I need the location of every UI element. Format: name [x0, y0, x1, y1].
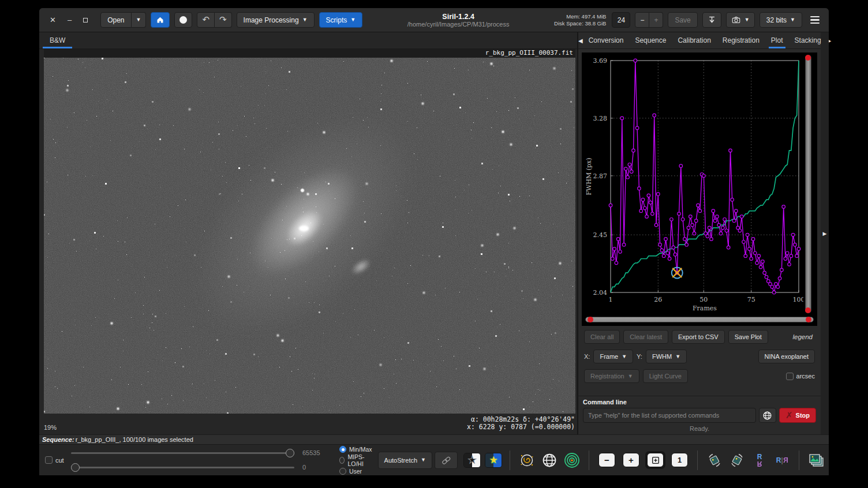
radio-user-control[interactable]	[339, 468, 346, 475]
arcsec-checkbox-row[interactable]: arcsec	[786, 373, 815, 380]
image-canvas[interactable]	[44, 58, 575, 414]
image-viewer-panel: B&W r_bkg_pp_OIII_00037.fit	[39, 32, 577, 434]
export-csv-button[interactable]: Export to CSV	[672, 330, 725, 344]
increment-button[interactable]: +	[649, 12, 663, 28]
save-as-button[interactable]	[702, 12, 721, 28]
maximize-icon[interactable]	[83, 18, 88, 22]
link-channels-button[interactable]	[435, 452, 458, 469]
sensor-noise-overlay	[44, 58, 575, 414]
tab-conversion[interactable]: Conversion	[583, 32, 630, 48]
y-slider-bottom-handle[interactable]	[805, 307, 811, 313]
header-left: ✕ – Open ▼ ↶ ↷ Im	[45, 12, 362, 28]
mirror-vertical-button[interactable]: R R	[750, 451, 769, 470]
undo-button[interactable]: ↶	[197, 12, 215, 28]
snapshot-button[interactable]: ▼	[726, 12, 755, 28]
star-detection-button[interactable]	[518, 451, 536, 470]
image-counter-field[interactable]: 24	[612, 12, 630, 28]
minimize-icon[interactable]: –	[68, 16, 72, 24]
plot-actions-row: Clear all Clear latest Export to CSV Sav…	[578, 327, 821, 347]
save-plot-button[interactable]: Save Plot	[728, 330, 768, 344]
light-curve-button[interactable]: Light Curve	[643, 369, 688, 383]
radio-mips-control[interactable]	[339, 457, 345, 464]
status-message: Ready.	[583, 423, 816, 433]
radio-user[interactable]: User	[339, 468, 372, 475]
plot-panel: ◀ Conversion Sequence Calibration Regist…	[578, 32, 821, 434]
rotate-left-button[interactable]	[705, 451, 724, 470]
tab-sequence[interactable]: Sequence	[629, 32, 672, 48]
stop-button[interactable]: ✗ Stop	[779, 408, 816, 423]
clear-latest-button[interactable]: Clear latest	[623, 330, 668, 344]
one-to-one-icon: 1	[678, 456, 682, 464]
fwhm-plot[interactable]: 2.042.452.873.283.691265075100FWHM (px)F…	[584, 55, 803, 313]
open-button[interactable]: Open	[100, 12, 131, 28]
home-icon	[156, 16, 164, 24]
cut-checkbox[interactable]	[45, 456, 53, 464]
close-icon[interactable]: ✕	[50, 16, 56, 24]
annotations-button[interactable]	[540, 451, 559, 470]
image-processing-menu[interactable]: Image Processing ▼	[237, 12, 315, 28]
home-button[interactable]	[151, 12, 170, 28]
save-button[interactable]: Save	[668, 12, 697, 28]
nina-exoplanet-button[interactable]: NINA exoplanet	[758, 350, 815, 363]
tabs-scroll-left[interactable]: ◀	[578, 32, 583, 48]
tab-bw[interactable]: B&W	[39, 32, 76, 48]
registration-dropdown[interactable]: Registration ▼	[584, 369, 639, 383]
tab-plot[interactable]: Plot	[765, 32, 789, 48]
mirror-horizontal-button[interactable]: R | R	[773, 451, 791, 470]
stretch-mode-dropdown[interactable]: AutoStretch ▼	[378, 452, 432, 469]
redo-button[interactable]: ↷	[215, 12, 232, 28]
cut-checkbox-row[interactable]: cut	[45, 456, 64, 464]
photometry-button[interactable]	[563, 451, 581, 470]
x-axis-dropdown[interactable]: Frame ▼	[593, 350, 633, 363]
low-level-slider[interactable]	[71, 467, 294, 468]
siril-window: ✕ – Open ▼ ↶ ↷ Im	[39, 8, 829, 475]
panel-expander[interactable]: ▶	[821, 32, 829, 434]
hamburger-menu-button[interactable]	[807, 14, 823, 26]
false-color-toggle[interactable]: ★	[485, 453, 502, 468]
plot-x-range-slider[interactable]	[585, 317, 814, 322]
low-slider-handle[interactable]	[71, 463, 80, 472]
radio-mips[interactable]: MIPS-LO/HI	[339, 453, 372, 467]
x-slider-right-handle[interactable]	[806, 317, 811, 322]
command-input[interactable]	[583, 408, 756, 423]
sequence-frames-button[interactable]	[807, 451, 825, 470]
clear-all-button[interactable]: Clear all	[584, 330, 620, 344]
plot-y-range-slider[interactable]	[805, 55, 811, 313]
svg-text:FWHM (px): FWHM (px)	[585, 157, 593, 195]
rotate-right-icon	[729, 452, 745, 468]
scripts-menu[interactable]: Scripts ▼	[319, 12, 363, 28]
tab-stacking[interactable]: Stacking	[789, 32, 827, 48]
high-slider-handle[interactable]	[286, 449, 294, 457]
tab-registration[interactable]: Registration	[717, 32, 765, 48]
negative-view-toggle[interactable]: ★	[463, 453, 481, 468]
x-slider-left-handle[interactable]	[588, 317, 593, 322]
save-as-icon	[708, 16, 716, 24]
mirror-y-icon: R	[757, 453, 762, 460]
window-controls: ✕ –	[45, 16, 88, 24]
display-toolbar: cut 65535 0 Mi	[39, 444, 829, 475]
view-tools: ★ ★	[463, 451, 825, 470]
chevron-down-icon: ▼	[421, 457, 426, 463]
y-slider-top-handle[interactable]	[805, 55, 811, 61]
rotate-right-button[interactable]	[728, 451, 746, 470]
high-level-slider[interactable]	[71, 452, 294, 454]
disk-space: Disk Space: 38.8 GiB	[554, 20, 606, 27]
bit-depth-label: 32 bits	[766, 16, 787, 24]
command-help-button[interactable]	[759, 408, 776, 423]
open-recent-dropdown[interactable]: ▼	[132, 12, 147, 28]
sequence-info-bar: Sequence: r_bkg_pp_OIII_, 100/100 images…	[39, 434, 829, 444]
zoom-fit-button[interactable]	[647, 453, 664, 467]
zoom-one-to-one-button[interactable]: 1	[671, 453, 688, 467]
radio-minmax[interactable]: Min/Max	[339, 446, 372, 453]
y-axis-dropdown[interactable]: FWHM ▼	[646, 350, 687, 363]
zoom-out-button[interactable]: −	[598, 453, 615, 467]
record-button[interactable]	[174, 12, 192, 28]
low-level-value: 0	[302, 464, 324, 471]
companion-galaxy-m110	[348, 255, 373, 277]
zoom-in-button[interactable]: +	[623, 453, 639, 467]
tab-calibration[interactable]: Calibration	[672, 32, 716, 48]
decrement-button[interactable]: −	[635, 12, 649, 28]
radio-minmax-control[interactable]	[339, 446, 346, 453]
bit-depth-dropdown[interactable]: 32 bits ▼	[760, 12, 802, 28]
arcsec-checkbox[interactable]	[786, 373, 794, 380]
